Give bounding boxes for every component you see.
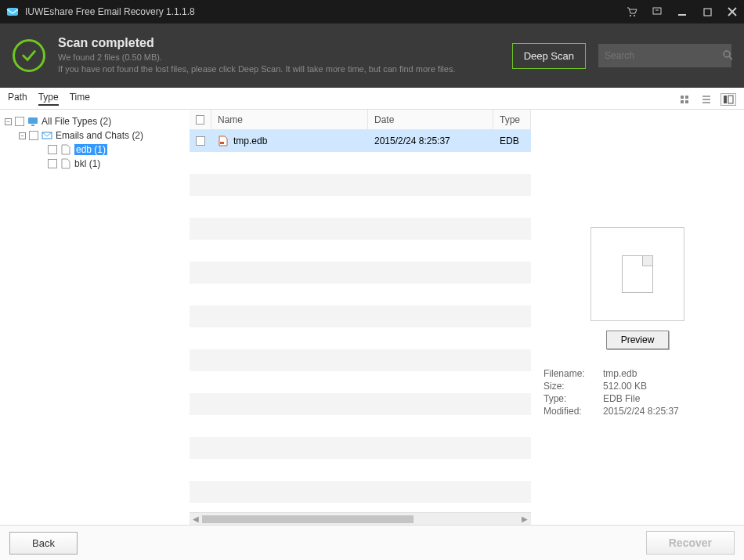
tree-node-edb[interactable]: edb (1) [3, 143, 186, 157]
meta-value-filename: tmp.edb [603, 368, 637, 379]
empty-row [190, 196, 531, 218]
file-icon [60, 144, 71, 155]
file-icon [60, 158, 71, 169]
preview-panel: Preview Filename:tmp.edb Size:512.00 KB … [531, 110, 744, 525]
meta-label-size: Size: [544, 381, 603, 392]
type-tree: − All File Types (2) − Emails and Chats … [0, 110, 190, 525]
minimize-icon[interactable] [677, 6, 688, 17]
search-icon[interactable] [722, 49, 733, 63]
svg-rect-3 [653, 8, 661, 14]
preview-button[interactable]: Preview [606, 331, 670, 349]
tree-checkbox[interactable] [29, 131, 38, 140]
cart-icon[interactable] [627, 6, 637, 17]
empty-row [190, 305, 531, 327]
tab-time[interactable]: Time [70, 92, 90, 106]
tree-node-all[interactable]: − All File Types (2) [3, 114, 186, 128]
back-button[interactable]: Back [9, 532, 78, 555]
file-date: 2015/2/24 8:25:37 [368, 130, 493, 152]
tree-node-bkl[interactable]: bkl (1) [3, 157, 186, 171]
meta-value-type: EDB File [603, 393, 640, 404]
svg-rect-11 [728, 96, 733, 103]
app-logo-icon [6, 5, 19, 18]
empty-row [190, 174, 531, 196]
search-field[interactable] [598, 44, 731, 67]
file-list: Name Date Type tmp.edb 2015/2/24 8:25:37… [190, 110, 531, 525]
scan-subline-1: We found 2 files (0.50 MB). [58, 52, 500, 63]
tree-node-emails[interactable]: − Emails and Chats (2) [3, 128, 186, 143]
column-name[interactable]: Name [211, 110, 368, 129]
empty-row [190, 459, 531, 481]
empty-row [190, 262, 531, 284]
feedback-icon[interactable] [652, 6, 663, 17]
empty-row [190, 327, 531, 349]
column-date[interactable]: Date [368, 110, 493, 129]
file-type-icon [218, 135, 229, 146]
tree-label: bkl (1) [74, 158, 100, 169]
file-name: tmp.edb [233, 135, 267, 146]
meta-value-modified: 2015/2/24 8:25:37 [603, 406, 679, 417]
svg-rect-8 [681, 100, 684, 103]
svg-point-5 [724, 51, 730, 57]
empty-row [190, 371, 531, 393]
svg-rect-10 [724, 96, 727, 103]
empty-row [190, 152, 531, 174]
empty-row [190, 415, 531, 437]
file-list-header: Name Date Type [190, 110, 531, 130]
svg-point-1 [630, 15, 631, 16]
scroll-right-icon[interactable]: ▶ [522, 515, 528, 523]
recover-button[interactable]: Recover [646, 531, 735, 555]
svg-rect-13 [31, 125, 34, 126]
scan-complete-icon [13, 39, 45, 72]
collapse-icon[interactable]: − [19, 132, 26, 139]
tab-type[interactable]: Type [38, 92, 59, 106]
tab-path[interactable]: Path [8, 92, 27, 106]
horizontal-scrollbar[interactable]: ◀ ▶ [190, 512, 531, 525]
deep-scan-button[interactable]: Deep Scan [512, 43, 586, 69]
scan-title: Scan completed [58, 36, 500, 50]
scan-subline-2: If you have not found the lost files, pl… [58, 63, 500, 75]
svg-rect-6 [681, 96, 684, 99]
tree-label: All File Types (2) [42, 116, 111, 127]
search-input[interactable] [605, 50, 722, 61]
file-type: EDB [493, 130, 531, 152]
meta-label-modified: Modified: [544, 406, 603, 417]
maximize-icon[interactable] [702, 6, 713, 17]
scrollbar-thumb[interactable] [202, 515, 414, 523]
empty-row [190, 437, 531, 459]
sub-toolbar: Path Type Time [0, 88, 744, 110]
svg-rect-4 [704, 9, 711, 16]
empty-row [190, 218, 531, 240]
tree-checkbox[interactable] [48, 159, 57, 168]
meta-label-type: Type: [544, 393, 603, 404]
view-detail-icon[interactable] [721, 93, 736, 106]
svg-point-2 [634, 15, 635, 16]
empty-row [190, 349, 531, 371]
empty-row [190, 284, 531, 305]
document-icon [622, 255, 653, 293]
svg-rect-7 [685, 96, 688, 99]
meta-label-filename: Filename: [544, 368, 603, 379]
file-row[interactable]: tmp.edb 2015/2/24 8:25:37 EDB [190, 130, 531, 152]
meta-value-size: 512.00 KB [603, 381, 647, 392]
tree-label: edb (1) [74, 144, 107, 155]
view-list-icon[interactable] [699, 93, 714, 106]
select-all-checkbox[interactable] [196, 115, 204, 125]
collapse-icon[interactable]: − [5, 118, 12, 125]
column-type[interactable]: Type [493, 110, 531, 129]
empty-row [190, 240, 531, 262]
view-grid-icon[interactable] [677, 93, 692, 106]
svg-rect-12 [28, 117, 38, 124]
row-checkbox[interactable] [196, 136, 205, 146]
empty-row [190, 481, 531, 503]
empty-row [190, 393, 531, 415]
tree-label: Emails and Chats (2) [56, 130, 143, 141]
svg-rect-9 [685, 100, 688, 103]
close-icon[interactable] [727, 6, 738, 17]
title-bar: IUWEshare Free Email Recovery 1.1.1.8 [0, 0, 744, 23]
tree-checkbox[interactable] [15, 117, 24, 126]
window-title: IUWEshare Free Email Recovery 1.1.1.8 [25, 6, 627, 17]
tree-checkbox[interactable] [48, 145, 57, 154]
svg-rect-0 [7, 8, 18, 16]
monitor-icon [27, 116, 38, 127]
scroll-left-icon[interactable]: ◀ [193, 515, 199, 523]
